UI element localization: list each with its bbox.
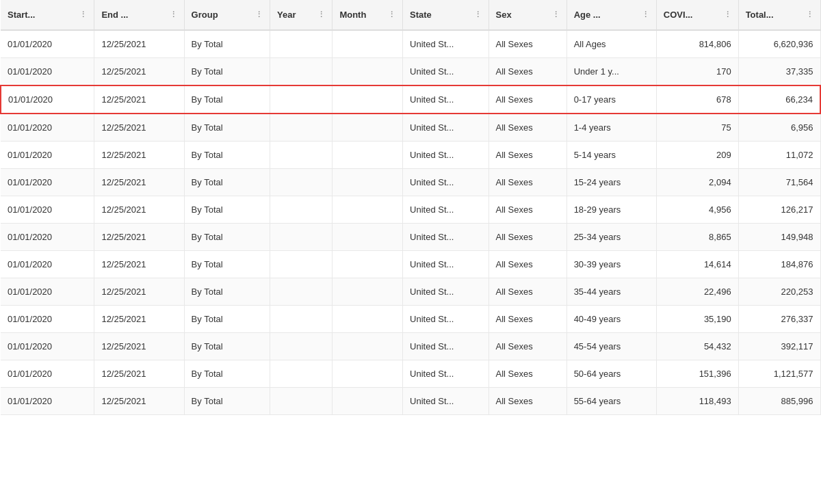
- cell-group: By Total: [184, 58, 270, 86]
- cell-end: 12/25/2021: [94, 85, 184, 114]
- cell-year: [270, 58, 333, 86]
- cell-state: United St...: [403, 142, 489, 169]
- col-header-end[interactable]: End ...⋮: [94, 0, 184, 30]
- cell-age: 15-24 years: [566, 169, 656, 196]
- col-header-group[interactable]: Group⋮: [184, 0, 270, 30]
- cell-group: By Total: [184, 114, 270, 142]
- cell-covi: 54,432: [656, 333, 738, 360]
- table-row[interactable]: 01/01/202012/25/2021By TotalUnited St...…: [1, 142, 820, 169]
- cell-start: 01/01/2020: [1, 114, 94, 142]
- cell-state: United St...: [403, 196, 489, 224]
- table-row[interactable]: 01/01/202012/25/2021By TotalUnited St...…: [1, 224, 820, 251]
- start-sort-icon[interactable]: ⋮: [79, 10, 87, 19]
- table-row[interactable]: 01/01/202012/25/2021By TotalUnited St...…: [1, 114, 820, 142]
- cell-state: United St...: [403, 169, 489, 196]
- cell-age: 55-64 years: [566, 388, 656, 415]
- cell-age: 40-49 years: [566, 306, 656, 333]
- cell-covi: 814,806: [656, 30, 738, 58]
- cell-year: [270, 388, 333, 415]
- cell-group: By Total: [184, 30, 270, 58]
- cell-covi: 22,496: [656, 278, 738, 306]
- cell-start: 01/01/2020: [1, 196, 94, 224]
- cell-start: 01/01/2020: [1, 360, 94, 388]
- table-row[interactable]: 01/01/202012/25/2021By TotalUnited St...…: [1, 251, 820, 278]
- cell-state: United St...: [403, 114, 489, 142]
- cell-end: 12/25/2021: [94, 169, 184, 196]
- cell-sex: All Sexes: [488, 278, 566, 306]
- col-header-state[interactable]: State⋮: [403, 0, 489, 30]
- end-sort-icon[interactable]: ⋮: [170, 10, 177, 19]
- table-row[interactable]: 01/01/202012/25/2021By TotalUnited St...…: [1, 169, 820, 196]
- total-sort-icon[interactable]: ⋮: [806, 10, 813, 19]
- state-sort-icon[interactable]: ⋮: [474, 10, 482, 19]
- cell-month: [333, 224, 403, 251]
- cell-age: 50-64 years: [566, 360, 656, 388]
- cell-year: [270, 360, 333, 388]
- cell-total: 276,337: [738, 306, 820, 333]
- table-row[interactable]: 01/01/202012/25/2021By TotalUnited St...…: [1, 306, 820, 333]
- cell-end: 12/25/2021: [94, 360, 184, 388]
- cell-covi: 170: [656, 58, 738, 86]
- cell-start: 01/01/2020: [1, 85, 94, 114]
- table-row[interactable]: 01/01/202012/25/2021By TotalUnited St...…: [1, 360, 820, 388]
- table-row[interactable]: 01/01/202012/25/2021By TotalUnited St...…: [1, 30, 820, 58]
- col-header-year[interactable]: Year⋮: [270, 0, 333, 30]
- table-row[interactable]: 01/01/202012/25/2021By TotalUnited St...…: [1, 196, 820, 224]
- cell-end: 12/25/2021: [94, 251, 184, 278]
- cell-covi: 209: [656, 142, 738, 169]
- cell-end: 12/25/2021: [94, 114, 184, 142]
- cell-end: 12/25/2021: [94, 278, 184, 306]
- cell-age: 35-44 years: [566, 278, 656, 306]
- cell-month: [333, 306, 403, 333]
- cell-state: United St...: [403, 251, 489, 278]
- year-sort-icon[interactable]: ⋮: [317, 10, 325, 19]
- cell-month: [333, 30, 403, 58]
- sex-sort-icon[interactable]: ⋮: [552, 10, 560, 19]
- cell-group: By Total: [184, 360, 270, 388]
- cell-start: 01/01/2020: [1, 333, 94, 360]
- col-header-sex[interactable]: Sex⋮: [488, 0, 566, 30]
- col-header-covi[interactable]: COVI...⋮: [656, 0, 738, 30]
- cell-sex: All Sexes: [488, 114, 566, 142]
- cell-end: 12/25/2021: [94, 142, 184, 169]
- cell-sex: All Sexes: [488, 142, 566, 169]
- cell-age: 25-34 years: [566, 224, 656, 251]
- table-row[interactable]: 01/01/202012/25/2021By TotalUnited St...…: [1, 85, 820, 114]
- covi-sort-icon[interactable]: ⋮: [724, 10, 731, 19]
- cell-covi: 118,493: [656, 388, 738, 415]
- cell-year: [270, 196, 333, 224]
- cell-start: 01/01/2020: [1, 169, 94, 196]
- col-header-month[interactable]: Month⋮: [333, 0, 403, 30]
- cell-group: By Total: [184, 142, 270, 169]
- cell-year: [270, 251, 333, 278]
- table-row[interactable]: 01/01/202012/25/2021By TotalUnited St...…: [1, 388, 820, 415]
- cell-end: 12/25/2021: [94, 58, 184, 86]
- cell-total: 149,948: [738, 224, 820, 251]
- cell-month: [333, 169, 403, 196]
- month-sort-icon[interactable]: ⋮: [388, 10, 395, 19]
- cell-sex: All Sexes: [488, 30, 566, 58]
- cell-end: 12/25/2021: [94, 30, 184, 58]
- cell-month: [333, 333, 403, 360]
- cell-state: United St...: [403, 333, 489, 360]
- col-header-start[interactable]: Start...⋮: [1, 0, 94, 30]
- cell-total: 1,121,577: [738, 360, 820, 388]
- age-sort-icon[interactable]: ⋮: [642, 10, 649, 19]
- table-row[interactable]: 01/01/202012/25/2021By TotalUnited St...…: [1, 333, 820, 360]
- cell-total: 6,956: [738, 114, 820, 142]
- cell-total: 885,996: [738, 388, 820, 415]
- table-row[interactable]: 01/01/202012/25/2021By TotalUnited St...…: [1, 58, 820, 86]
- cell-year: [270, 30, 333, 58]
- group-sort-icon[interactable]: ⋮: [255, 10, 263, 19]
- cell-covi: 35,190: [656, 306, 738, 333]
- cell-start: 01/01/2020: [1, 224, 94, 251]
- cell-state: United St...: [403, 306, 489, 333]
- col-header-age[interactable]: Age ...⋮: [566, 0, 656, 30]
- cell-group: By Total: [184, 278, 270, 306]
- cell-month: [333, 142, 403, 169]
- table-row[interactable]: 01/01/202012/25/2021By TotalUnited St...…: [1, 278, 820, 306]
- cell-state: United St...: [403, 58, 489, 86]
- col-header-total[interactable]: Total...⋮: [738, 0, 820, 30]
- cell-sex: All Sexes: [488, 306, 566, 333]
- cell-total: 66,234: [738, 85, 820, 114]
